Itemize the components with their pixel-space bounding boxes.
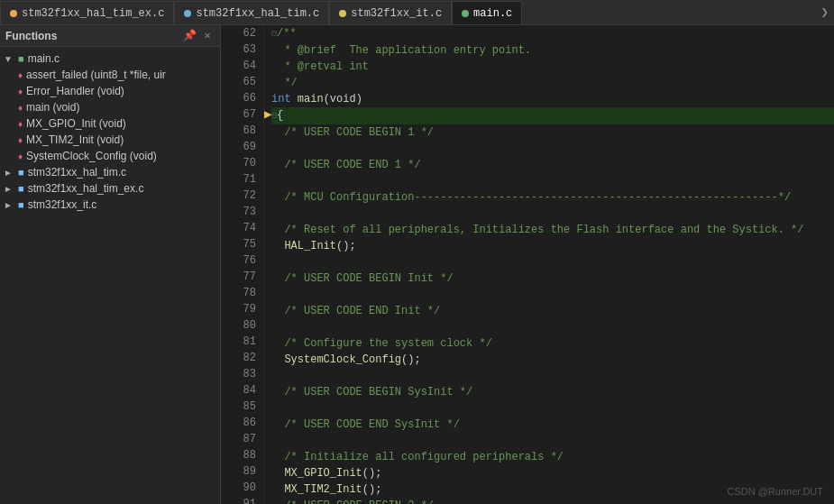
sidebar-item-mx-tim2[interactable]: ♦ MX_TIM2_Init (void): [0, 132, 220, 148]
code-line-70: /* USER CODE END 1 */: [271, 157, 834, 173]
sidebar: Functions 📌 ✕ ▼ ■ main.c ♦ assert_failed…: [0, 25, 221, 504]
tab-label-hal-tim-ex: stm32f1xx_hal_tim_ex.c: [22, 7, 164, 20]
sidebar-label-assert-failed: assert_failed (uint8_t *file, uir: [26, 69, 166, 81]
tab-bar: stm32f1xx_hal_tim_ex.c stm32f1xx_hal_tim…: [0, 0, 834, 25]
sidebar-label-mx-gpio: MX_GPIO_Init (void): [26, 117, 126, 130]
tab-dot-it: [339, 10, 346, 17]
sidebar-label-hal-tim: stm32f1xx_hal_tim.c: [28, 166, 126, 179]
diamond-icon-sysclock: ♦: [18, 151, 23, 161]
code-line-65: */: [271, 75, 834, 91]
file-icon-hal-tim-ex: ■: [18, 183, 24, 194]
sidebar-item-hal-tim[interactable]: ► ■ stm32f1xx_hal_tim.c: [0, 164, 220, 180]
tab-hal-tim[interactable]: stm32f1xx_hal_tim.c: [174, 1, 329, 24]
sidebar-item-mainc[interactable]: ▼ ■ main.c: [0, 50, 220, 67]
tab-hal-tim-ex[interactable]: stm32f1xx_hal_tim_ex.c: [0, 1, 174, 24]
diamond-icon-main: ♦: [18, 103, 23, 113]
diamond-icon-tim2: ♦: [18, 135, 23, 145]
sidebar-label-sysclock: SystemClock_Config (void): [26, 150, 157, 162]
sidebar-header: Functions 📌 ✕: [0, 25, 220, 47]
code-line-74: /* Reset of all peripherals, Initializes…: [271, 222, 834, 238]
tab-label-it: stm32f1xx_it.c: [351, 7, 442, 20]
code-line-86: /* USER CODE END SysInit */: [271, 417, 834, 433]
sidebar-item-main[interactable]: ♦ main (void): [0, 99, 220, 115]
tab-label-hal-tim: stm32f1xx_hal_tim.c: [196, 7, 319, 20]
code-lines[interactable]: ▶ ⊟/** * @brief The application entry po…: [264, 25, 834, 504]
code-line-71: [271, 173, 834, 189]
code-line-88: /* Initialize all configured peripherals…: [271, 449, 834, 465]
sidebar-label-main: main (void): [26, 101, 79, 114]
expand-icon-hal-tim: ►: [4, 168, 14, 178]
sidebar-item-hal-tim-ex[interactable]: ► ■ stm32f1xx_hal_tim_ex.c: [0, 180, 220, 197]
code-rendered: ⊟/** * @brief The application entry poin…: [271, 25, 834, 504]
code-line-75: HAL_Init();: [271, 238, 834, 254]
code-line-69: [271, 141, 834, 157]
code-line-78: [271, 287, 834, 303]
sidebar-item-mx-gpio[interactable]: ♦ MX_GPIO_Init (void): [0, 115, 220, 132]
tab-dot-main: [462, 10, 469, 17]
sidebar-content: ▼ ■ main.c ♦ assert_failed (uint8_t *fil…: [0, 47, 220, 504]
line-numbers: 6263646566676869707172737475767778798081…: [221, 25, 264, 504]
file-icon-it: ■: [18, 199, 24, 210]
sidebar-title: Functions: [5, 30, 57, 42]
code-line-62: ⊟/**: [271, 25, 834, 42]
file-icon-hal-tim: ■: [18, 167, 24, 178]
code-line-67: ⊟{: [271, 107, 834, 124]
code-line-90: MX_TIM2_Init();: [271, 481, 834, 498]
sidebar-label-it: stm32f1xx_it.c: [28, 198, 97, 211]
expand-icon-it: ►: [4, 200, 14, 210]
sidebar-label-hal-tim-ex: stm32f1xx_hal_tim_ex.c: [28, 182, 144, 195]
tab-it[interactable]: stm32f1xx_it.c: [329, 1, 452, 24]
sidebar-item-error-handler[interactable]: ♦ Error_Handler (void): [0, 83, 220, 99]
code-line-84: /* USER CODE BEGIN SysInit */: [271, 384, 834, 400]
code-area: 6263646566676869707172737475767778798081…: [221, 25, 834, 504]
code-line-81: /* Configure the system clock */: [271, 335, 834, 352]
expand-icon-mainc: ▼: [4, 54, 14, 64]
sidebar-item-assert-failed[interactable]: ♦ assert_failed (uint8_t *file, uir: [0, 67, 220, 83]
code-line-77: /* USER CODE BEGIN Init */: [271, 270, 834, 287]
code-line-68: /* USER CODE BEGIN 1 */: [271, 124, 834, 141]
diamond-icon-assert: ♦: [18, 70, 23, 80]
tab-main[interactable]: main.c: [452, 1, 522, 24]
code-line-80: [271, 319, 834, 335]
tab-dot-hal-tim: [184, 10, 191, 17]
code-line-73: [271, 206, 834, 222]
code-content: 6263646566676869707172737475767778798081…: [221, 25, 834, 504]
file-icon-mainc: ■: [18, 53, 24, 64]
sidebar-item-it[interactable]: ► ■ stm32f1xx_it.c: [0, 197, 220, 213]
sidebar-item-sysclock[interactable]: ♦ SystemClock_Config (void): [0, 148, 220, 164]
sidebar-label-error-handler: Error_Handler (void): [26, 85, 124, 97]
code-line-85: [271, 400, 834, 417]
main-area: Functions 📌 ✕ ▼ ■ main.c ♦ assert_failed…: [0, 25, 834, 504]
tab-label-main: main.c: [473, 7, 512, 20]
diamond-icon-error: ♦: [18, 87, 23, 96]
code-line-91: /* USER CODE BEGIN 2 */: [271, 498, 834, 504]
expand-icon-hal-tim-ex: ►: [4, 184, 14, 194]
sidebar-close-icon[interactable]: ✕: [200, 29, 215, 43]
diamond-icon-gpio: ♦: [18, 119, 23, 129]
current-line-arrow: ▶: [264, 106, 279, 123]
tab-overflow-button[interactable]: ❯: [816, 5, 834, 20]
code-line-87: [271, 433, 834, 449]
code-line-66: int main(void): [271, 91, 834, 107]
code-line-82: SystemClock_Config();: [271, 352, 834, 368]
code-line-79: /* USER CODE END Init */: [271, 303, 834, 319]
code-line-89: MX_GPIO_Init();: [271, 465, 834, 481]
code-line-76: [271, 254, 834, 270]
code-line-64: * @retval int: [271, 59, 834, 75]
sidebar-icon-group: 📌 ✕: [182, 29, 215, 43]
code-line-72: /* MCU Configuration--------------------…: [271, 189, 834, 206]
sidebar-pin-icon[interactable]: 📌: [182, 29, 197, 43]
code-line-63: * @brief The application entry point.: [271, 42, 834, 59]
code-line-83: [271, 368, 834, 384]
tab-dot-hal-tim-ex: [10, 10, 17, 17]
sidebar-label-mx-tim2: MX_TIM2_Init (void): [26, 133, 124, 146]
sidebar-label-mainc: main.c: [28, 52, 60, 65]
